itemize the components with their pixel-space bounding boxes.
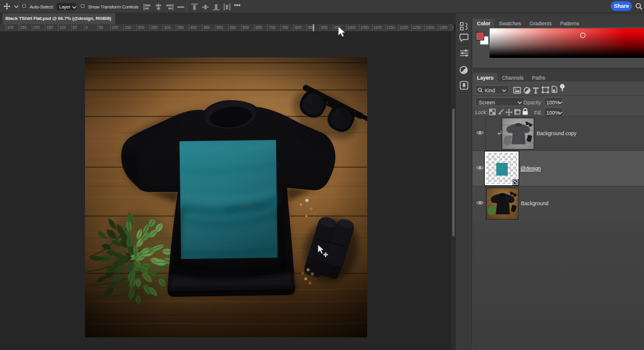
svg-text:1200: 1200 (400, 25, 409, 30)
svg-text:300: 300 (7, 25, 14, 30)
svg-text:1400: 1400 (452, 25, 453, 30)
svg-text:450: 450 (203, 25, 210, 30)
svg-text:1100: 1100 (373, 25, 382, 30)
svg-text:350: 350 (177, 25, 184, 30)
svg-text:300: 300 (164, 25, 171, 30)
svg-text:150: 150 (46, 25, 53, 30)
svg-text:400: 400 (191, 25, 197, 30)
svg-text:600: 600 (242, 25, 249, 30)
svg-text:650: 650 (256, 25, 262, 30)
svg-text:250: 250 (151, 25, 158, 30)
svg-text:1050: 1050 (361, 25, 370, 30)
svg-text:1350: 1350 (439, 25, 448, 30)
svg-text:550: 550 (230, 25, 236, 30)
svg-text:900: 900 (321, 25, 328, 30)
svg-text:750: 750 (282, 25, 289, 30)
svg-text:1300: 1300 (426, 25, 435, 30)
svg-text:100: 100 (60, 25, 66, 30)
svg-text:50: 50 (99, 25, 104, 30)
svg-text:50: 50 (72, 25, 77, 30)
svg-text:200: 200 (138, 25, 145, 30)
svg-text:1000: 1000 (347, 25, 356, 30)
svg-text:500: 500 (216, 25, 223, 30)
svg-text:800: 800 (295, 25, 301, 30)
svg-text:200: 200 (33, 25, 40, 30)
svg-text:700: 700 (269, 25, 276, 30)
svg-text:150: 150 (125, 25, 131, 30)
svg-text:1250: 1250 (413, 25, 422, 30)
svg-text:100: 100 (112, 25, 118, 30)
svg-text:0: 0 (86, 25, 88, 30)
svg-text:250: 250 (21, 25, 27, 30)
svg-text:1150: 1150 (387, 25, 395, 30)
